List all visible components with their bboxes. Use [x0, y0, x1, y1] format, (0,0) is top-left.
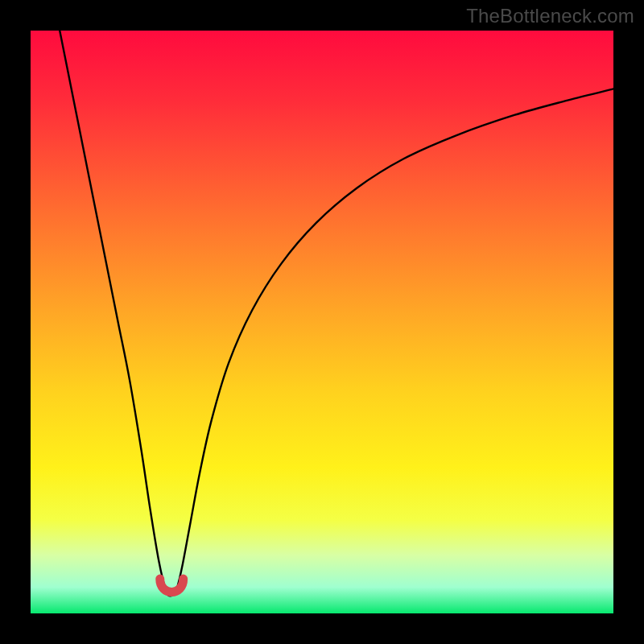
watermark-text: TheBottleneck.com — [466, 5, 634, 27]
bottleneck-chart — [0, 0, 644, 644]
chart-frame: TheBottleneck.com — [0, 0, 644, 644]
